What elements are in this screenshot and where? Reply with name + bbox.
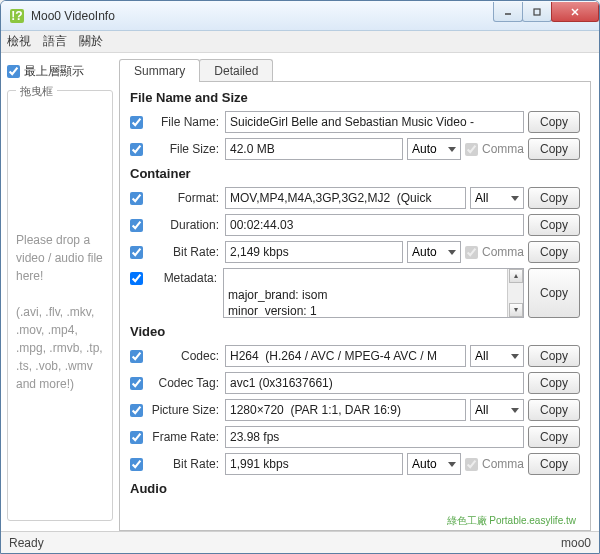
tabs: Summary Detailed: [119, 59, 591, 82]
label-framerate: Frame Rate:: [149, 430, 221, 444]
row-format: Format: All Copy: [130, 187, 580, 209]
copy-framerate[interactable]: Copy: [528, 426, 580, 448]
copy-duration[interactable]: Copy: [528, 214, 580, 236]
svg-rect-3: [534, 9, 540, 15]
label-metadata: Metadata:: [147, 268, 219, 285]
copy-vbitrate[interactable]: Copy: [528, 453, 580, 475]
select-cbitrate[interactable]: Auto: [407, 241, 461, 263]
check-filesize[interactable]: [130, 143, 143, 156]
label-format: Format:: [149, 191, 221, 205]
client-area: 最上層顯示 拖曳框 Please drop a video / audio fi…: [1, 53, 599, 531]
main-panel: Summary Detailed File Name and Size File…: [119, 53, 599, 531]
select-vbitrate[interactable]: Auto: [407, 453, 461, 475]
metadata-scrollbar[interactable]: ▴ ▾: [507, 269, 523, 317]
chevron-down-icon: [511, 408, 519, 413]
input-cbitrate[interactable]: [225, 241, 403, 263]
select-format[interactable]: All: [470, 187, 524, 209]
app-icon: !?: [9, 8, 25, 24]
check-cbitrate[interactable]: [130, 246, 143, 259]
input-codectag[interactable]: [225, 372, 524, 394]
row-framerate: Frame Rate: Copy: [130, 426, 580, 448]
check-filename[interactable]: [130, 116, 143, 129]
check-picsize[interactable]: [130, 404, 143, 417]
dropzone[interactable]: 拖曳框 Please drop a video / audio file her…: [7, 90, 113, 521]
label-filesize: File Size:: [149, 142, 221, 156]
section-container: Container: [130, 166, 580, 181]
label-picsize: Picture Size:: [149, 403, 221, 417]
menu-language[interactable]: 語言: [43, 33, 67, 50]
select-picsize[interactable]: All: [470, 399, 524, 421]
copy-cbitrate[interactable]: Copy: [528, 241, 580, 263]
topmost-check[interactable]: [7, 65, 20, 78]
status-right: moo0: [561, 536, 591, 550]
comma-filesize[interactable]: Comma: [465, 142, 524, 156]
topmost-checkbox[interactable]: 最上層顯示: [7, 63, 113, 80]
copy-format[interactable]: Copy: [528, 187, 580, 209]
copy-vcodec[interactable]: Copy: [528, 345, 580, 367]
input-picsize[interactable]: [225, 399, 466, 421]
scroll-up-icon[interactable]: ▴: [509, 269, 523, 283]
select-filesize-unit[interactable]: Auto: [407, 138, 461, 160]
titlebar[interactable]: !? Moo0 VideoInfo: [1, 1, 599, 31]
copy-metadata[interactable]: Copy: [528, 268, 580, 318]
status-left: Ready: [9, 536, 561, 550]
close-button[interactable]: [551, 2, 599, 22]
section-audio: Audio: [130, 481, 580, 496]
comma-vbitrate[interactable]: Comma: [465, 457, 524, 471]
input-duration[interactable]: [225, 214, 524, 236]
copy-codectag[interactable]: Copy: [528, 372, 580, 394]
copy-picsize[interactable]: Copy: [528, 399, 580, 421]
tab-detailed[interactable]: Detailed: [199, 59, 273, 82]
row-vcodec: Codec: All Copy: [130, 345, 580, 367]
row-metadata: Metadata: major_brand: isom minor_versio…: [130, 268, 580, 318]
tab-summary[interactable]: Summary: [119, 59, 200, 82]
menubar: 檢視 語言 關於: [1, 31, 599, 53]
row-codectag: Codec Tag: Copy: [130, 372, 580, 394]
section-video: Video: [130, 324, 580, 339]
drop-hint-formats: (.avi, .flv, .mkv, .mov, .mp4, .mpg, .rm…: [16, 303, 104, 393]
dropzone-legend: 拖曳框: [16, 83, 57, 100]
check-format[interactable]: [130, 192, 143, 205]
check-vcodec[interactable]: [130, 350, 143, 363]
sidebar: 最上層顯示 拖曳框 Please drop a video / audio fi…: [1, 53, 119, 531]
row-duration: Duration: Copy: [130, 214, 580, 236]
textarea-metadata[interactable]: major_brand: isom minor_version: 1 compa…: [223, 268, 524, 318]
check-duration[interactable]: [130, 219, 143, 232]
maximize-button[interactable]: [522, 2, 552, 22]
menu-view[interactable]: 檢視: [7, 33, 31, 50]
copy-filesize[interactable]: Copy: [528, 138, 580, 160]
tab-body: File Name and Size File Name: Copy File …: [119, 81, 591, 531]
menu-about[interactable]: 關於: [79, 33, 103, 50]
row-container-bitrate: Bit Rate: Auto Comma Copy: [130, 241, 580, 263]
check-vbitrate[interactable]: [130, 458, 143, 471]
input-filename[interactable]: [225, 111, 524, 133]
comma-cbitrate[interactable]: Comma: [465, 245, 524, 259]
label-vbitrate: Bit Rate:: [149, 457, 221, 471]
label-filename: File Name:: [149, 115, 221, 129]
label-codectag: Codec Tag:: [149, 376, 221, 390]
window-title: Moo0 VideoInfo: [31, 9, 494, 23]
row-filename: File Name: Copy: [130, 111, 580, 133]
chevron-down-icon: [448, 462, 456, 467]
check-codectag[interactable]: [130, 377, 143, 390]
chevron-down-icon: [448, 147, 456, 152]
row-picsize: Picture Size: All Copy: [130, 399, 580, 421]
row-filesize: File Size: Auto Comma Copy: [130, 138, 580, 160]
label-cbitrate: Bit Rate:: [149, 245, 221, 259]
input-vcodec[interactable]: [225, 345, 466, 367]
check-metadata[interactable]: [130, 272, 143, 285]
select-vcodec[interactable]: All: [470, 345, 524, 367]
scroll-down-icon[interactable]: ▾: [509, 303, 523, 317]
copy-filename[interactable]: Copy: [528, 111, 580, 133]
app-window: !? Moo0 VideoInfo 檢視 語言 關於 最上層顯示 拖曳框 Ple…: [0, 0, 600, 554]
input-filesize[interactable]: [225, 138, 403, 160]
input-vbitrate[interactable]: [225, 453, 403, 475]
label-duration: Duration:: [149, 218, 221, 232]
check-framerate[interactable]: [130, 431, 143, 444]
statusbar: Ready moo0: [1, 531, 599, 553]
input-format[interactable]: [225, 187, 466, 209]
input-framerate[interactable]: [225, 426, 524, 448]
section-filename: File Name and Size: [130, 90, 580, 105]
minimize-button[interactable]: [493, 2, 523, 22]
chevron-down-icon: [511, 196, 519, 201]
